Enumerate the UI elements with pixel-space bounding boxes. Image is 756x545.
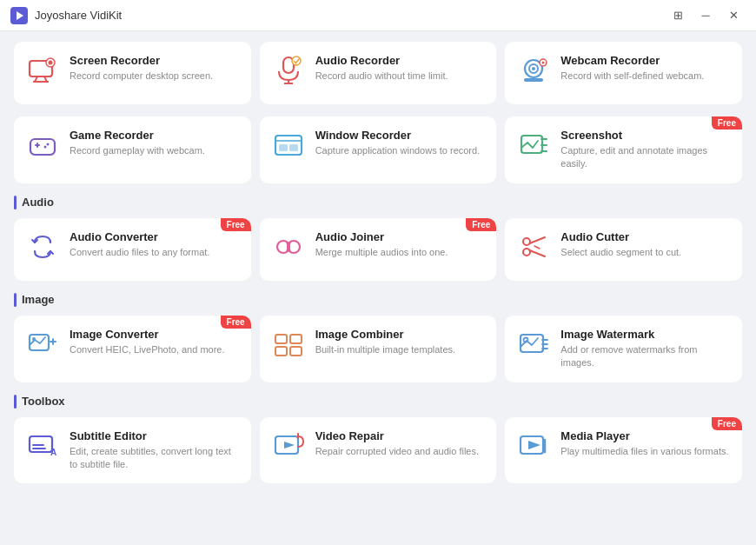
card-image-combiner[interactable]: Image Combiner Built-in multiple image t…: [260, 316, 497, 382]
titlebar-controls: ⊞ ─ ✕: [666, 3, 746, 28]
image-grid: Free Image Converter Convert HEIC, LiveP…: [14, 316, 742, 382]
screen-recorder-text: Screen Recorder Record computer desktop …: [70, 54, 239, 83]
image-converter-desc: Convert HEIC, LivePhoto, and more.: [70, 343, 239, 356]
audio-converter-name: Audio Converter: [70, 230, 239, 243]
audio-recorder-text: Audio Recorder Record audio without time…: [315, 54, 485, 83]
svg-rect-15: [524, 78, 543, 82]
image-combiner-icon: [272, 328, 305, 361]
svg-rect-18: [30, 139, 55, 155]
grid-button[interactable]: ⊞: [666, 3, 690, 28]
svg-line-35: [530, 237, 546, 243]
video-repair-text: Video Repair Repair corrupted video and …: [315, 429, 485, 458]
svg-rect-49: [30, 436, 52, 452]
image-section-label: Image: [14, 293, 742, 307]
webcam-recorder-desc: Record with self-defined webcam.: [560, 70, 730, 83]
svg-text:A: A: [50, 448, 56, 457]
subtitle-editor-desc: Edit, create subtitles, convert long tex…: [70, 445, 239, 472]
image-converter-icon: [26, 328, 59, 361]
card-video-repair[interactable]: Video Repair Repair corrupted video and …: [260, 417, 497, 484]
image-combiner-desc: Built-in multiple image templates.: [315, 343, 485, 356]
card-audio-converter[interactable]: Free Audio Converter Convert audio files…: [14, 218, 251, 281]
webcam-recorder-text: Webcam Recorder Record with self-defined…: [560, 54, 730, 83]
minimize-button[interactable]: ─: [693, 3, 718, 28]
audio-recorder-desc: Record audio without time limit.: [315, 70, 485, 83]
app-title: Joyoshare VidiKit: [35, 9, 122, 22]
second-row-grid: Game Recorder Record gameplay with webca…: [14, 116, 742, 183]
image-section-title: Image: [22, 293, 55, 306]
subtitle-editor-icon: A: [26, 429, 59, 462]
svg-point-33: [523, 238, 530, 245]
media-player-free-badge: Free: [712, 417, 742, 430]
screen-recorder-icon: [26, 54, 59, 87]
card-image-converter[interactable]: Free Image Converter Convert HEIC, LiveP…: [14, 316, 251, 382]
image-watermark-icon: [517, 328, 550, 361]
image-converter-free-badge: Free: [221, 316, 251, 329]
toolbox-section-title: Toolbox: [22, 395, 65, 408]
audio-joiner-text: Audio Joiner Merge multiple audios into …: [315, 230, 485, 259]
svg-rect-25: [279, 144, 288, 151]
svg-rect-41: [290, 335, 302, 343]
image-watermark-text: Image Watermark Add or remove watermarks…: [560, 328, 730, 370]
card-audio-joiner[interactable]: Free Audio Joiner Merge multiple audios …: [260, 218, 497, 281]
game-recorder-icon: [26, 129, 59, 162]
screenshot-desc: Capture, edit and annotate images easily…: [560, 144, 730, 171]
svg-point-45: [524, 337, 528, 342]
media-player-name: Media Player: [560, 429, 730, 442]
screenshot-free-badge: Free: [712, 116, 742, 130]
titlebar-left: Joyoshare VidiKit: [10, 7, 122, 24]
card-screenshot[interactable]: Free Screenshot Capture, edit and annota…: [505, 116, 742, 183]
window-recorder-icon: [272, 129, 305, 162]
card-media-player[interactable]: Free Media Player Play multimedia files …: [505, 417, 742, 484]
toolbox-section-label: Toolbox: [14, 395, 742, 409]
card-screen-recorder[interactable]: Screen Recorder Record computer desktop …: [14, 42, 251, 104]
svg-point-22: [44, 146, 47, 149]
svg-rect-40: [275, 335, 287, 343]
window-recorder-name: Window Recorder: [315, 129, 485, 142]
video-repair-icon: [272, 429, 305, 462]
audio-converter-icon: [26, 230, 59, 263]
audio-converter-text: Audio Converter Convert audio files to a…: [70, 230, 239, 259]
close-button[interactable]: ✕: [721, 3, 746, 28]
image-watermark-desc: Add or remove watermarks from images.: [560, 343, 730, 370]
audio-cutter-desc: Select audio segment to cut.: [560, 246, 730, 259]
card-audio-cutter[interactable]: Audio Cutter Select audio segment to cut…: [505, 218, 742, 281]
window-recorder-desc: Capture application windows to record.: [315, 144, 485, 157]
audio-joiner-name: Audio Joiner: [315, 230, 485, 243]
audio-converter-free-badge: Free: [221, 218, 251, 231]
audio-section-label: Audio: [14, 196, 742, 209]
image-converter-text: Image Converter Convert HEIC, LivePhoto,…: [70, 328, 239, 356]
media-player-icon: [517, 429, 550, 462]
svg-point-17: [542, 62, 545, 64]
audio-cutter-icon: [517, 230, 550, 263]
svg-point-11: [292, 56, 301, 65]
game-recorder-name: Game Recorder: [70, 129, 239, 142]
card-window-recorder[interactable]: Window Recorder Capture application wind…: [260, 116, 497, 183]
card-audio-recorder[interactable]: Audio Recorder Record audio without time…: [260, 42, 497, 104]
main-content: Screen Recorder Record computer desktop …: [0, 31, 756, 545]
svg-rect-43: [290, 347, 302, 356]
card-webcam-recorder[interactable]: Webcam Recorder Record with self-defined…: [505, 42, 742, 104]
audio-joiner-desc: Merge multiple audios into one.: [315, 246, 485, 259]
screenshot-name: Screenshot: [560, 129, 730, 142]
subtitle-editor-text: Subtitle Editor Edit, create subtitles, …: [70, 429, 239, 472]
image-combiner-name: Image Combiner: [315, 328, 485, 341]
game-recorder-desc: Record gameplay with webcam.: [70, 144, 239, 157]
svg-line-37: [534, 246, 540, 249]
titlebar: Joyoshare VidiKit ⊞ ─ ✕: [0, 0, 756, 31]
card-game-recorder[interactable]: Game Recorder Record gameplay with webca…: [14, 116, 251, 183]
toolbox-section-bar: [14, 395, 17, 409]
audio-recorder-icon: [272, 54, 305, 87]
svg-line-36: [530, 250, 546, 256]
audio-joiner-icon: [272, 230, 305, 263]
card-image-watermark[interactable]: Image Watermark Add or remove watermarks…: [505, 316, 742, 382]
audio-converter-desc: Convert audio files to any format.: [70, 246, 239, 259]
audio-section-bar: [14, 196, 17, 209]
audio-joiner-free-badge: Free: [466, 218, 496, 231]
webcam-recorder-icon: [517, 54, 550, 87]
svg-rect-26: [289, 144, 298, 151]
card-subtitle-editor[interactable]: A Subtitle Editor Edit, create subtitles…: [14, 417, 251, 484]
screen-recorder-name: Screen Recorder: [70, 54, 239, 67]
video-repair-name: Video Repair: [315, 429, 485, 442]
svg-marker-54: [284, 442, 295, 449]
top-row-grid: Screen Recorder Record computer desktop …: [14, 42, 742, 104]
